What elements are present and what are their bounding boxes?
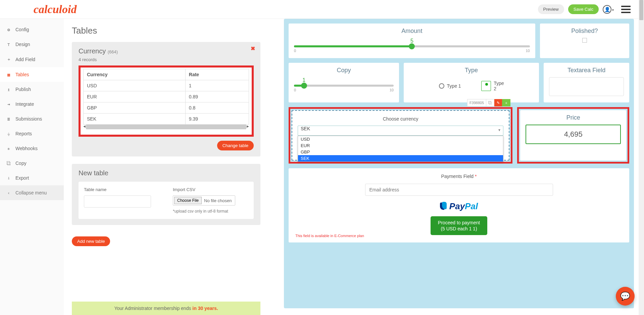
polished-checkbox[interactable] — [582, 38, 587, 43]
sidebar-label: Submissions — [15, 116, 42, 122]
payments-field[interactable]: Payments Field * PayPal Proceed to payme… — [289, 168, 629, 242]
scrollbar-thumb[interactable] — [639, 0, 643, 20]
new-table-card: New table Table name Import CSV Choose F… — [72, 164, 260, 225]
col-rate[interactable]: Rate — [185, 69, 249, 80]
horizontal-scrollbar[interactable] — [86, 125, 246, 129]
slider-thumb[interactable] — [301, 83, 307, 89]
vertical-scrollbar[interactable] — [639, 0, 644, 315]
submissions-icon: ≣ — [6, 117, 11, 122]
required-asterisk: * — [475, 174, 477, 179]
sidebar-item-webhooks[interactable]: ✳Webhooks — [0, 141, 64, 156]
table-name-label: Table name — [84, 187, 159, 192]
sidebar-item-add-field[interactable]: ＋Add Field — [0, 52, 64, 67]
choose-currency-field[interactable]: Choose currency SEK USD EUR GBP SEK — [292, 110, 509, 161]
slider-thumb[interactable] — [409, 43, 415, 49]
slider-min: 0 — [294, 88, 296, 92]
sidebar-item-reports[interactable]: ⏚Reports — [0, 126, 64, 141]
copy-field-icon[interactable]: ⿻ — [486, 99, 494, 106]
panel-heading: Tables — [72, 26, 260, 36]
table-row[interactable]: GBP0.8 — [84, 102, 249, 114]
topbar: calculoid Preview Save Calc 👤▾ — [0, 0, 644, 19]
sidebar-label: Integrate — [15, 101, 34, 107]
paypal-logo: PayPal — [295, 201, 623, 212]
edit-field-icon[interactable]: ✎ — [494, 99, 502, 106]
slider-min: 0 — [294, 49, 296, 53]
textarea-input[interactable] — [549, 77, 624, 96]
currency-select[interactable]: SEK — [298, 126, 503, 136]
add-new-table-button[interactable]: Add new table — [72, 236, 110, 246]
field-title: Choose currency — [298, 116, 503, 122]
sidebar-item-publish[interactable]: ↥Publish — [0, 82, 64, 97]
polished-field[interactable]: Polished? — [540, 24, 629, 58]
currency-option-gbp[interactable]: GBP — [298, 149, 503, 155]
sidebar-label: Collapse menu — [15, 190, 47, 195]
sidebar-item-integrate[interactable]: ⇥Integrate — [0, 97, 64, 111]
field-title: Price — [526, 114, 621, 121]
copy-slider[interactable]: 1 010 — [294, 77, 394, 92]
currency-option-sek[interactable]: SEK — [298, 155, 503, 162]
gear-icon: ⚙ — [6, 27, 11, 32]
field-title: Payments Field * — [295, 174, 623, 179]
change-table-button[interactable]: Change table — [217, 141, 254, 150]
table-row[interactable]: EUR0.89 — [84, 91, 249, 102]
sidebar-label: Publish — [15, 87, 31, 92]
col-currency[interactable]: Currency — [84, 69, 186, 80]
table-row[interactable]: USD1 — [84, 80, 249, 91]
sidebar-label: Config — [15, 27, 29, 32]
currency-table-highlight: Currency Rate USD1 EUR0.89 GBP0.8 SEK9.3… — [79, 65, 254, 137]
field-title: Type — [409, 67, 534, 74]
hamburger-menu-icon[interactable] — [621, 6, 631, 13]
price-field[interactable]: Price 4,695 — [520, 110, 626, 161]
avatar-icon: 👤 — [603, 5, 611, 14]
currency-option-eur[interactable]: EUR — [298, 142, 503, 149]
publish-icon: ↥ — [6, 87, 11, 92]
currency-table: Currency Rate USD1 EUR0.89 GBP0.8 SEK9.3… — [83, 69, 249, 125]
sidebar-item-export[interactable]: ⇩Export — [0, 171, 64, 185]
sidebar-collapse[interactable]: ‹Collapse menu — [0, 185, 64, 200]
slider-max: 10 — [526, 49, 530, 53]
radio-type1[interactable]: Type 1 — [439, 81, 461, 91]
field-title: Polished? — [545, 28, 624, 35]
table-name-input[interactable] — [84, 195, 151, 208]
reports-icon: ⏚ — [6, 131, 11, 136]
currency-highlight: Choose currency SEK USD EUR GBP SEK — [289, 107, 512, 164]
sidebar-item-config[interactable]: ⚙Config — [0, 22, 64, 37]
amount-slider[interactable]: 5 010 — [294, 38, 530, 53]
sidebar-item-copy[interactable]: ⿻Copy — [0, 156, 64, 171]
slider-max: 10 — [390, 88, 394, 92]
user-menu[interactable]: 👤▾ — [603, 5, 614, 14]
export-icon: ⇩ — [6, 176, 11, 181]
table-row[interactable]: SEK9.39 — [84, 114, 249, 125]
sidebar-item-design[interactable]: ⊤Design — [0, 37, 64, 52]
sidebar-item-tables[interactable]: ▦Tables — [0, 67, 64, 82]
type-field[interactable]: Type Type 1 Type 2 — [404, 63, 539, 102]
file-chosen-text: No file chosen — [203, 198, 235, 203]
sidebar-item-submissions[interactable]: ≣Submissions — [0, 111, 64, 126]
file-input[interactable]: Choose File No file chosen — [173, 195, 235, 206]
sidebar-label: Design — [15, 42, 30, 47]
currency-option-usd[interactable]: USD — [298, 136, 503, 142]
save-calc-button[interactable]: Save Calc — [568, 4, 599, 14]
field-id: F398805 — [467, 99, 486, 106]
radio-type2[interactable]: Type 2 — [481, 81, 504, 91]
proceed-payment-button[interactable]: Proceed to payment (5 USD each 1 1) — [431, 216, 487, 235]
chat-fab[interactable]: 💬 — [616, 287, 635, 306]
records-count: 4 records — [79, 57, 254, 62]
add-field-icon[interactable]: ＋ — [502, 99, 510, 106]
field-toolbar: F398805 ⿻ ✎ ＋ — [467, 99, 510, 106]
chat-icon: 💬 — [620, 291, 630, 301]
copy-field[interactable]: Copy 1 010 — [289, 63, 399, 102]
amount-field[interactable]: Amount 5 010 — [289, 24, 535, 58]
close-icon[interactable]: ✖ — [251, 45, 255, 52]
paypal-icon — [440, 202, 447, 211]
choose-file-button[interactable]: Choose File — [174, 197, 202, 204]
radio-icon — [439, 83, 444, 89]
field-title: Copy — [294, 67, 394, 74]
field-title: Textarea Field — [549, 67, 624, 74]
email-input[interactable] — [365, 184, 553, 196]
chevron-left-icon: ‹ — [6, 190, 11, 195]
currency-dropdown: USD EUR GBP SEK — [298, 136, 503, 162]
preview-button[interactable]: Preview — [538, 4, 564, 14]
textarea-field[interactable]: Textarea Field — [544, 63, 629, 102]
sidebar-label: Webhooks — [15, 146, 38, 151]
